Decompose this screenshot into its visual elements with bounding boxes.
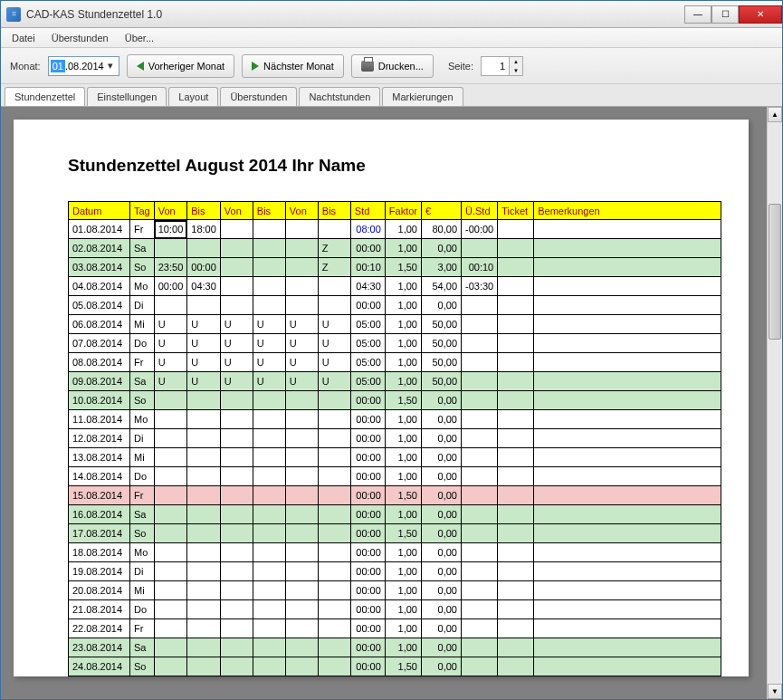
table-cell[interactable] xyxy=(498,543,534,562)
table-cell[interactable] xyxy=(187,562,221,581)
table-cell[interactable] xyxy=(187,600,221,619)
table-cell[interactable]: 1,00 xyxy=(385,429,421,448)
table-row[interactable]: 21.08.2014Do00:001,000,00 xyxy=(69,600,721,619)
table-cell[interactable]: 80,00 xyxy=(422,220,462,239)
table-cell[interactable] xyxy=(534,543,721,562)
table-cell[interactable] xyxy=(187,581,221,600)
vertical-scrollbar[interactable]: ▲ ▼ xyxy=(767,107,782,699)
table-cell[interactable]: 1,50 xyxy=(385,258,421,277)
table-cell[interactable] xyxy=(187,391,221,410)
table-cell[interactable]: 00:00 xyxy=(350,600,385,619)
table-cell[interactable] xyxy=(154,429,187,448)
table-cell[interactable] xyxy=(253,467,285,486)
table-cell[interactable] xyxy=(253,277,285,296)
tab-layout[interactable]: Layout xyxy=(168,87,218,106)
table-cell[interactable] xyxy=(318,467,350,486)
table-cell[interactable] xyxy=(498,581,534,600)
table-cell[interactable]: 00:00 xyxy=(350,486,385,505)
table-cell[interactable]: 00:00 xyxy=(350,657,385,676)
table-row[interactable]: 10.08.2014So00:001,500,00 xyxy=(69,391,721,410)
table-cell[interactable] xyxy=(462,315,498,334)
table-cell[interactable]: U xyxy=(285,353,318,372)
table-cell[interactable]: U xyxy=(253,334,285,353)
table-cell[interactable] xyxy=(462,239,498,258)
table-row[interactable]: 09.08.2014SaUUUUUU05:001,0050,00 xyxy=(69,372,721,391)
table-cell[interactable] xyxy=(534,600,721,619)
table-cell[interactable] xyxy=(220,600,253,619)
table-cell[interactable] xyxy=(462,619,498,638)
table-cell[interactable]: 0,00 xyxy=(422,505,462,524)
table-row[interactable]: 08.08.2014FrUUUUUU05:001,0050,00 xyxy=(69,353,721,372)
table-cell[interactable]: 0,00 xyxy=(422,600,462,619)
table-cell[interactable] xyxy=(462,486,498,505)
table-cell[interactable] xyxy=(534,448,721,467)
table-cell[interactable] xyxy=(220,410,253,429)
table-cell[interactable]: 0,00 xyxy=(422,239,462,258)
table-cell[interactable]: Sa xyxy=(130,505,155,524)
table-cell[interactable] xyxy=(285,543,318,562)
table-row[interactable]: 18.08.2014Mo00:001,000,00 xyxy=(69,543,721,562)
table-cell[interactable] xyxy=(285,391,318,410)
table-cell[interactable] xyxy=(498,391,534,410)
table-cell[interactable] xyxy=(253,429,285,448)
table-cell[interactable]: Sa xyxy=(130,638,155,657)
table-cell[interactable]: 00:00 xyxy=(350,239,385,258)
table-cell[interactable]: 1,00 xyxy=(385,334,421,353)
table-cell[interactable]: 1,00 xyxy=(385,467,421,486)
table-cell[interactable]: Mi xyxy=(130,315,155,334)
table-cell[interactable]: 21.08.2014 xyxy=(69,600,130,619)
table-cell[interactable]: 0,00 xyxy=(422,296,462,315)
table-cell[interactable]: 50,00 xyxy=(422,334,462,353)
table-cell[interactable] xyxy=(187,467,221,486)
table-cell[interactable] xyxy=(534,258,721,277)
table-cell[interactable]: Fr xyxy=(130,353,155,372)
table-cell[interactable]: U xyxy=(154,353,187,372)
table-cell[interactable]: 23.08.2014 xyxy=(69,638,130,657)
table-cell[interactable] xyxy=(318,391,350,410)
table-cell[interactable]: 08.08.2014 xyxy=(69,353,130,372)
table-cell[interactable] xyxy=(498,657,534,676)
table-cell[interactable] xyxy=(154,638,187,657)
table-cell[interactable] xyxy=(285,467,318,486)
table-cell[interactable] xyxy=(498,315,534,334)
table-cell[interactable] xyxy=(187,657,221,676)
table-row[interactable]: 07.08.2014DoUUUUUU05:001,0050,00 xyxy=(69,334,721,353)
table-cell[interactable] xyxy=(534,410,721,429)
table-row[interactable]: 20.08.2014Mi00:001,000,00 xyxy=(69,581,721,600)
table-cell[interactable] xyxy=(462,372,498,391)
table-cell[interactable]: 00:00 xyxy=(350,638,385,657)
table-cell[interactable]: 06.08.2014 xyxy=(69,315,130,334)
close-button[interactable]: ✕ xyxy=(739,5,782,24)
table-row[interactable]: 16.08.2014Sa00:001,000,00 xyxy=(69,505,721,524)
table-cell[interactable] xyxy=(187,410,221,429)
table-cell[interactable]: U xyxy=(285,334,318,353)
table-row[interactable]: 17.08.2014So00:001,500,00 xyxy=(69,524,721,543)
table-cell[interactable] xyxy=(187,524,221,543)
table-cell[interactable]: 00:00 xyxy=(350,410,385,429)
table-cell[interactable] xyxy=(498,296,534,315)
table-cell[interactable] xyxy=(498,334,534,353)
table-cell[interactable]: 1,00 xyxy=(385,372,421,391)
table-cell[interactable] xyxy=(154,581,187,600)
table-cell[interactable]: 17.08.2014 xyxy=(69,524,130,543)
table-cell[interactable]: 00:10 xyxy=(350,258,385,277)
table-cell[interactable] xyxy=(318,543,350,562)
table-cell[interactable]: 01.08.2014 xyxy=(69,220,130,239)
table-cell[interactable]: 1,00 xyxy=(385,638,421,657)
table-cell[interactable]: 1,00 xyxy=(385,315,421,334)
table-cell[interactable]: U xyxy=(318,334,350,353)
table-cell[interactable]: Fr xyxy=(130,220,155,239)
next-month-button[interactable]: Nächster Monat xyxy=(242,54,344,78)
table-cell[interactable] xyxy=(154,619,187,638)
table-cell[interactable]: U xyxy=(253,315,285,334)
table-cell[interactable] xyxy=(534,524,721,543)
table-cell[interactable] xyxy=(285,258,318,277)
table-cell[interactable] xyxy=(498,619,534,638)
tab-einstellungen[interactable]: Einstellungen xyxy=(87,87,167,106)
table-cell[interactable]: U xyxy=(220,315,253,334)
table-cell[interactable] xyxy=(534,296,721,315)
table-cell[interactable] xyxy=(462,410,498,429)
table-cell[interactable]: 0,00 xyxy=(422,524,462,543)
table-cell[interactable]: 11.08.2014 xyxy=(69,410,130,429)
table-row[interactable]: 05.08.2014Di00:001,000,00 xyxy=(69,296,721,315)
